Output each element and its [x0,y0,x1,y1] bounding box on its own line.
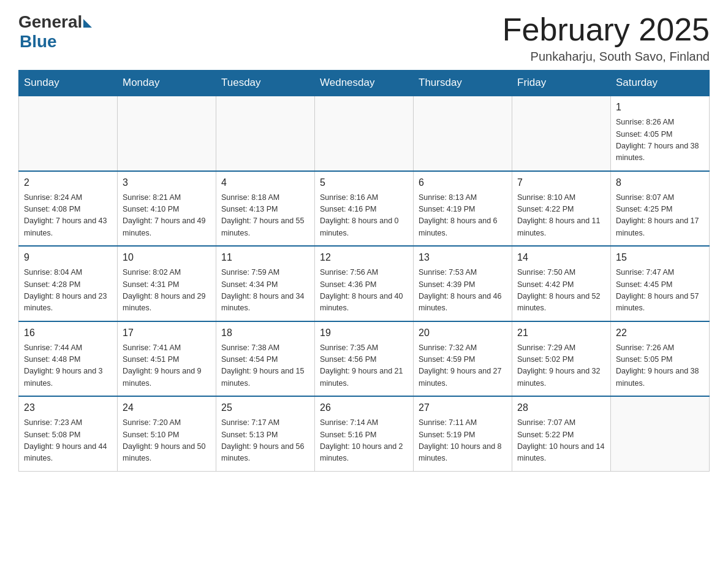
day-number: 28 [517,400,605,415]
calendar-cell: 17Sunrise: 7:41 AMSunset: 4:51 PMDayligh… [118,321,216,397]
calendar-cell [611,396,710,471]
calendar-cell: 11Sunrise: 7:59 AMSunset: 4:34 PMDayligh… [216,246,315,321]
logo-arrow-icon [83,19,92,28]
calendar-week-row: 23Sunrise: 7:23 AMSunset: 5:08 PMDayligh… [19,396,710,471]
day-number: 19 [320,326,408,340]
calendar-cell [315,96,414,171]
day-number: 1 [616,100,704,115]
calendar-cell: 14Sunrise: 7:50 AMSunset: 4:42 PMDayligh… [512,246,611,321]
calendar-cell: 21Sunrise: 7:29 AMSunset: 5:02 PMDayligh… [512,321,611,397]
day-number: 8 [616,175,704,190]
day-number: 26 [320,400,408,415]
page-header: General Blue February 2025 Punkaharju, S… [18,12,710,64]
day-info: Sunrise: 7:59 AMSunset: 4:34 PMDaylight:… [221,267,309,315]
calendar-cell: 19Sunrise: 7:35 AMSunset: 4:56 PMDayligh… [315,321,414,397]
day-number: 10 [123,250,211,265]
day-info: Sunrise: 7:41 AMSunset: 4:51 PMDaylight:… [123,342,211,390]
day-number: 22 [616,326,704,340]
day-of-week-header: Friday [512,71,611,96]
calendar-week-row: 2Sunrise: 8:24 AMSunset: 4:08 PMDaylight… [19,171,710,247]
calendar-cell [512,96,611,171]
location-text: Punkaharju, South Savo, Finland [502,50,710,64]
day-number: 4 [221,175,309,190]
day-number: 11 [221,250,309,265]
day-number: 24 [123,400,211,415]
day-info: Sunrise: 7:23 AMSunset: 5:08 PMDaylight:… [24,417,112,465]
calendar-week-row: 16Sunrise: 7:44 AMSunset: 4:48 PMDayligh… [19,321,710,397]
calendar-cell: 25Sunrise: 7:17 AMSunset: 5:13 PMDayligh… [216,396,315,471]
day-info: Sunrise: 8:26 AMSunset: 4:05 PMDaylight:… [616,117,704,164]
calendar-week-row: 9Sunrise: 8:04 AMSunset: 4:28 PMDaylight… [19,246,710,321]
day-info: Sunrise: 7:38 AMSunset: 4:54 PMDaylight:… [221,342,309,390]
calendar-cell [19,96,118,171]
calendar-cell: 13Sunrise: 7:53 AMSunset: 4:39 PMDayligh… [414,246,512,321]
day-of-week-header: Monday [118,71,216,96]
logo-blue-text: Blue [20,32,57,52]
day-of-week-header: Saturday [611,71,710,96]
title-section: February 2025 Punkaharju, South Savo, Fi… [502,12,710,64]
day-number: 21 [517,326,605,340]
day-number: 7 [517,175,605,190]
day-info: Sunrise: 7:14 AMSunset: 5:16 PMDaylight:… [320,417,408,465]
day-number: 6 [419,175,507,190]
day-info: Sunrise: 8:16 AMSunset: 4:16 PMDaylight:… [320,192,408,240]
calendar-cell: 3Sunrise: 8:21 AMSunset: 4:10 PMDaylight… [118,171,216,247]
day-info: Sunrise: 7:32 AMSunset: 4:59 PMDaylight:… [419,342,507,390]
day-info: Sunrise: 8:02 AMSunset: 4:31 PMDaylight:… [123,267,211,315]
logo-general-text: General [18,12,82,32]
day-number: 18 [221,326,309,340]
calendar-cell: 1Sunrise: 8:26 AMSunset: 4:05 PMDaylight… [611,96,710,171]
day-number: 20 [419,326,507,340]
day-info: Sunrise: 7:20 AMSunset: 5:10 PMDaylight:… [123,417,211,465]
calendar-week-row: 1Sunrise: 8:26 AMSunset: 4:05 PMDaylight… [19,96,710,171]
calendar-cell: 22Sunrise: 7:26 AMSunset: 5:05 PMDayligh… [611,321,710,397]
day-number: 5 [320,175,408,190]
day-info: Sunrise: 7:35 AMSunset: 4:56 PMDaylight:… [320,342,408,390]
day-info: Sunrise: 7:29 AMSunset: 5:02 PMDaylight:… [517,342,605,390]
calendar-table: SundayMondayTuesdayWednesdayThursdayFrid… [18,70,710,472]
day-number: 23 [24,400,112,415]
day-of-week-header: Thursday [414,71,512,96]
calendar-cell: 10Sunrise: 8:02 AMSunset: 4:31 PMDayligh… [118,246,216,321]
day-number: 15 [616,250,704,265]
day-info: Sunrise: 8:24 AMSunset: 4:08 PMDaylight:… [24,192,112,240]
day-number: 17 [123,326,211,340]
day-info: Sunrise: 7:26 AMSunset: 5:05 PMDaylight:… [616,342,704,390]
day-info: Sunrise: 7:56 AMSunset: 4:36 PMDaylight:… [320,267,408,315]
day-number: 12 [320,250,408,265]
month-title: February 2025 [502,12,710,47]
calendar-cell: 16Sunrise: 7:44 AMSunset: 4:48 PMDayligh… [19,321,118,397]
day-info: Sunrise: 7:11 AMSunset: 5:19 PMDaylight:… [419,417,507,465]
calendar-cell [414,96,512,171]
day-number: 16 [24,326,112,340]
day-info: Sunrise: 8:21 AMSunset: 4:10 PMDaylight:… [123,192,211,240]
day-info: Sunrise: 8:13 AMSunset: 4:19 PMDaylight:… [419,192,507,240]
calendar-cell: 9Sunrise: 8:04 AMSunset: 4:28 PMDaylight… [19,246,118,321]
day-info: Sunrise: 7:50 AMSunset: 4:42 PMDaylight:… [517,267,605,315]
calendar-cell: 18Sunrise: 7:38 AMSunset: 4:54 PMDayligh… [216,321,315,397]
calendar-cell: 12Sunrise: 7:56 AMSunset: 4:36 PMDayligh… [315,246,414,321]
calendar-cell: 4Sunrise: 8:18 AMSunset: 4:13 PMDaylight… [216,171,315,247]
calendar-cell: 15Sunrise: 7:47 AMSunset: 4:45 PMDayligh… [611,246,710,321]
day-number: 9 [24,250,112,265]
day-number: 25 [221,400,309,415]
calendar-cell: 6Sunrise: 8:13 AMSunset: 4:19 PMDaylight… [414,171,512,247]
day-info: Sunrise: 7:44 AMSunset: 4:48 PMDaylight:… [24,342,112,390]
day-info: Sunrise: 8:18 AMSunset: 4:13 PMDaylight:… [221,192,309,240]
calendar-cell [118,96,216,171]
day-info: Sunrise: 8:10 AMSunset: 4:22 PMDaylight:… [517,192,605,240]
calendar-cell: 8Sunrise: 8:07 AMSunset: 4:25 PMDaylight… [611,171,710,247]
calendar-cell: 28Sunrise: 7:07 AMSunset: 5:22 PMDayligh… [512,396,611,471]
calendar-cell [216,96,315,171]
day-of-week-header: Wednesday [315,71,414,96]
calendar-cell: 7Sunrise: 8:10 AMSunset: 4:22 PMDaylight… [512,171,611,247]
day-number: 27 [419,400,507,415]
calendar-cell: 20Sunrise: 7:32 AMSunset: 4:59 PMDayligh… [414,321,512,397]
calendar-cell: 24Sunrise: 7:20 AMSunset: 5:10 PMDayligh… [118,396,216,471]
day-info: Sunrise: 7:53 AMSunset: 4:39 PMDaylight:… [419,267,507,315]
day-info: Sunrise: 8:07 AMSunset: 4:25 PMDaylight:… [616,192,704,240]
day-number: 2 [24,175,112,190]
calendar-cell: 27Sunrise: 7:11 AMSunset: 5:19 PMDayligh… [414,396,512,471]
day-number: 13 [419,250,507,265]
day-of-week-header: Sunday [19,71,118,96]
